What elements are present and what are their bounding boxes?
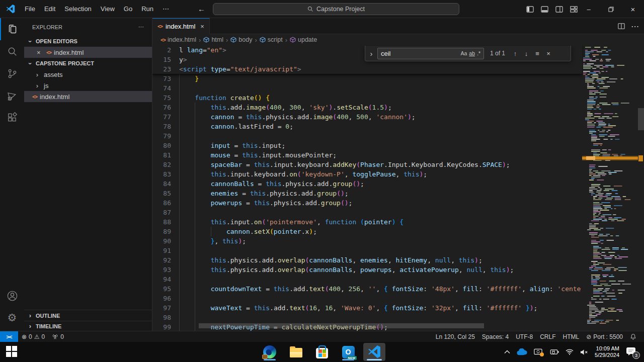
tab-index-html[interactable]: <> index.html × bbox=[152, 18, 210, 34]
code-line[interactable]: 74 bbox=[152, 83, 582, 93]
code-line[interactable]: 76 this.add.image(400, 300, 'sky').setSc… bbox=[152, 103, 582, 112]
command-center[interactable]: Capstone Project bbox=[213, 3, 459, 15]
notification-center[interactable]: 3 bbox=[626, 347, 637, 357]
onedrive-icon[interactable] bbox=[517, 348, 527, 355]
battery-icon[interactable] bbox=[549, 349, 559, 355]
menu-more-icon[interactable]: ⋯ bbox=[158, 3, 174, 15]
explorer-icon[interactable] bbox=[0, 18, 24, 40]
settings-gear-icon[interactable]: ⚙ bbox=[0, 307, 24, 329]
toggle-replace-icon[interactable]: › bbox=[368, 49, 374, 58]
toggle-panel-icon[interactable] bbox=[541, 6, 548, 13]
eol-status[interactable]: CRLF bbox=[536, 333, 559, 340]
code-line[interactable]: 94 bbox=[152, 275, 582, 284]
breadcrumb-html[interactable]: html bbox=[203, 36, 223, 43]
volume-muted-icon[interactable] bbox=[580, 349, 588, 355]
code-line[interactable]: 82 spaceBar = this.input.keyboard.addKey… bbox=[152, 160, 582, 169]
overview-ruler[interactable] bbox=[638, 45, 644, 331]
taskbar-store[interactable] bbox=[311, 343, 333, 361]
taskbar-file-explorer[interactable] bbox=[285, 343, 307, 361]
breadcrumb-body[interactable]: body bbox=[230, 36, 252, 43]
close-editor-icon[interactable]: × bbox=[37, 49, 44, 56]
toggle-sidebar-icon[interactable] bbox=[526, 6, 534, 13]
editor-more-icon[interactable]: ⋯ bbox=[631, 22, 639, 31]
nav-back-icon[interactable]: ← bbox=[198, 5, 205, 13]
regex-icon[interactable]: .* bbox=[476, 50, 481, 57]
account-icon[interactable] bbox=[0, 285, 24, 307]
code-line[interactable]: 79 bbox=[152, 131, 582, 141]
menu-edit[interactable]: Edit bbox=[40, 3, 60, 15]
breadcrumb-script[interactable]: script bbox=[260, 36, 283, 43]
code-line[interactable]: 73 } bbox=[152, 74, 582, 83]
code-line[interactable]: 93 this.physics.add.overlap(cannonBalls,… bbox=[152, 265, 582, 275]
code-line[interactable]: 84 cannonBalls = this.physics.add.group(… bbox=[152, 179, 582, 189]
code-line[interactable]: 80 input = this.input; bbox=[152, 141, 582, 150]
code-line[interactable]: 90 }, this); bbox=[152, 236, 582, 246]
explorer-more-icon[interactable]: ⋯ bbox=[138, 24, 144, 30]
customize-layout-icon[interactable] bbox=[570, 6, 578, 13]
menu-view[interactable]: View bbox=[96, 3, 119, 15]
ports-status[interactable]: 0 bbox=[48, 333, 67, 340]
code-line[interactable]: 97 waveText = this.add.text(16, 16, 'Wav… bbox=[152, 303, 582, 313]
code-line[interactable]: 86 powerups = this.physics.add.group(); bbox=[152, 198, 582, 208]
code-line[interactable]: 92 this.physics.add.overlap(cannonBalls,… bbox=[152, 255, 582, 265]
timeline-section[interactable]: › TIMELINE bbox=[24, 321, 152, 331]
toggle-secondary-sidebar-icon[interactable] bbox=[555, 6, 563, 13]
problems-status[interactable]: ⊗0 ⚠0 bbox=[18, 333, 48, 340]
breadcrumb-file[interactable]: <> index.html bbox=[160, 36, 196, 43]
project-header[interactable]: › CAPSTONE PROJECT bbox=[24, 58, 152, 69]
folder-item-assets[interactable]: › assets bbox=[24, 69, 152, 80]
remote-indicator[interactable]: >< bbox=[0, 331, 18, 342]
menu-selection[interactable]: Selection bbox=[60, 3, 96, 15]
code-line[interactable]: 85 enemies = this.physics.add.group(); bbox=[152, 189, 582, 198]
run-debug-icon[interactable] bbox=[0, 84, 24, 107]
whole-word-icon[interactable]: ab bbox=[468, 50, 476, 57]
source-control-icon[interactable] bbox=[0, 62, 24, 84]
folder-item-js[interactable]: › js bbox=[24, 80, 152, 91]
notifications-bell[interactable] bbox=[626, 333, 640, 340]
encoding-status[interactable]: UTF-8 bbox=[512, 333, 536, 340]
code-line[interactable]: 89 cannon.setX(pointer.x); bbox=[152, 227, 582, 236]
code-line[interactable]: 96 bbox=[152, 294, 582, 303]
find-previous-icon[interactable]: ↑ bbox=[511, 50, 519, 57]
language-mode[interactable]: HTML bbox=[559, 333, 583, 340]
taskbar-vscode[interactable] bbox=[363, 343, 385, 361]
taskbar-edge[interactable] bbox=[259, 343, 281, 361]
start-button-icon[interactable] bbox=[6, 346, 18, 358]
tray-chevron-up-icon[interactable] bbox=[504, 350, 510, 354]
code-editor[interactable]: 73 }7475 function create() {76 this.add.… bbox=[152, 45, 644, 331]
code-line[interactable]: 91 bbox=[152, 246, 582, 255]
close-find-icon[interactable]: × bbox=[544, 50, 552, 57]
code-line[interactable]: 83 this.input.keyboard.on('keydown-P', t… bbox=[152, 169, 582, 179]
vertical-scrollbar-thumb[interactable] bbox=[638, 108, 644, 130]
file-item-index-html[interactable]: <> index.html bbox=[24, 91, 152, 102]
indentation-status[interactable]: Spaces: 4 bbox=[478, 333, 512, 340]
code-line[interactable]: 81 mouse = this.input.mousePointer; bbox=[152, 150, 582, 160]
code-line[interactable]: 87 bbox=[152, 208, 582, 217]
code-line[interactable]: 78 cannon.lastFired = 0; bbox=[152, 122, 582, 131]
code-line[interactable]: 23<script type="text/javascript"> bbox=[152, 64, 582, 74]
tab-close-icon[interactable]: × bbox=[200, 23, 204, 30]
outline-section[interactable]: › OUTLINE bbox=[24, 310, 152, 321]
code-line[interactable]: 77 cannon = this.physics.add.image(400, … bbox=[152, 112, 582, 122]
open-editors-header[interactable]: › OPEN EDITORS bbox=[24, 36, 152, 47]
code-line[interactable]: 88 this.input.on('pointermove', function… bbox=[152, 217, 582, 227]
find-in-selection-icon[interactable]: ≡ bbox=[533, 50, 541, 57]
restore-button[interactable] bbox=[600, 0, 622, 18]
wifi-icon[interactable] bbox=[566, 349, 574, 355]
open-editor-item[interactable]: × <> index.html bbox=[24, 47, 152, 58]
search-sidebar-icon[interactable] bbox=[0, 40, 24, 62]
breadcrumb-update[interactable]: update bbox=[290, 36, 317, 43]
extensions-icon[interactable] bbox=[0, 107, 24, 129]
close-button[interactable]: × bbox=[622, 0, 644, 18]
live-server-port[interactable]: ⊘Port : 5500 bbox=[583, 333, 626, 340]
code-line[interactable]: 98 bbox=[152, 313, 582, 322]
menu-file[interactable]: File bbox=[20, 3, 40, 15]
cursor-position[interactable]: Ln 120, Col 25 bbox=[432, 333, 478, 340]
find-next-icon[interactable]: ↓ bbox=[522, 50, 530, 57]
minimize-button[interactable]: – bbox=[578, 0, 600, 18]
code-line[interactable]: 75 function create() { bbox=[152, 93, 582, 103]
update-tray-icon[interactable] bbox=[534, 348, 542, 355]
taskbar-outlook[interactable]: O NEW bbox=[337, 343, 359, 361]
menu-run[interactable]: Run bbox=[137, 3, 158, 15]
split-editor-icon[interactable] bbox=[618, 23, 625, 30]
